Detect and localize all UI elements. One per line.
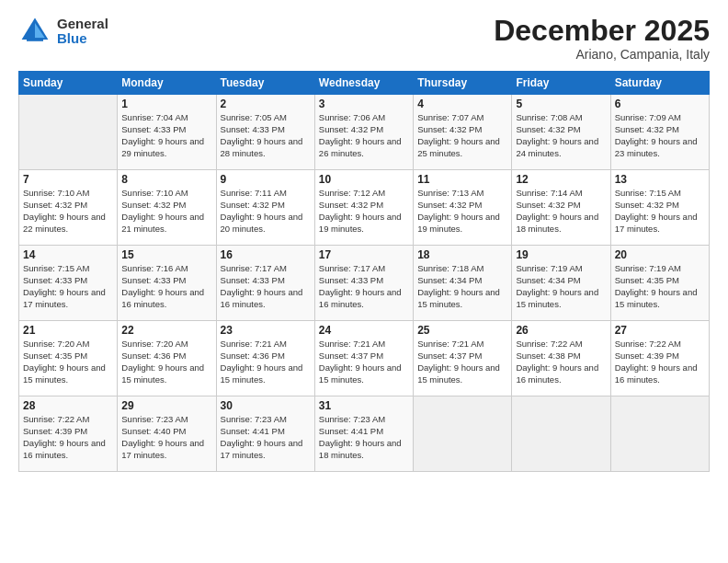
day-number: 30	[221, 399, 311, 412]
day-number: 3	[319, 98, 409, 110]
title-block: December 2025 Ariano, Campania, Italy	[494, 15, 710, 62]
table-row: 6 Sunrise: 7:09 AMSunset: 4:32 PMDayligh…	[610, 95, 709, 170]
day-number: 1	[121, 98, 211, 110]
day-number: 11	[417, 173, 507, 186]
day-info: Sunrise: 7:09 AMSunset: 4:32 PMDaylight:…	[615, 112, 698, 157]
day-info: Sunrise: 7:22 AMSunset: 4:39 PMDaylight:…	[23, 414, 106, 459]
day-info: Sunrise: 7:21 AMSunset: 4:36 PMDaylight:…	[221, 339, 303, 384]
table-row: 17 Sunrise: 7:17 AMSunset: 4:33 PMDaylig…	[314, 246, 413, 321]
day-info: Sunrise: 7:13 AMSunset: 4:32 PMDaylight:…	[417, 188, 500, 233]
table-row: 4 Sunrise: 7:07 AMSunset: 4:32 PMDayligh…	[414, 95, 512, 170]
table-row: 25 Sunrise: 7:21 AMSunset: 4:37 PMDaylig…	[414, 321, 512, 396]
logo: General Blue	[18, 15, 108, 48]
day-number: 29	[121, 399, 211, 412]
table-row: 11 Sunrise: 7:13 AMSunset: 4:32 PMDaylig…	[414, 170, 512, 246]
day-info: Sunrise: 7:23 AMSunset: 4:41 PMDaylight:…	[319, 414, 402, 459]
day-number: 10	[319, 173, 409, 186]
day-number: 4	[417, 98, 507, 110]
table-row	[19, 95, 118, 170]
table-row: 20 Sunrise: 7:19 AMSunset: 4:35 PMDaylig…	[610, 246, 709, 321]
calendar-header-row: Sunday Monday Tuesday Wednesday Thursday…	[19, 72, 710, 95]
header-sunday: Sunday	[19, 72, 118, 95]
table-row: 19 Sunrise: 7:19 AMSunset: 4:34 PMDaylig…	[512, 246, 610, 321]
day-number: 23	[221, 324, 311, 337]
month-title: December 2025	[494, 15, 710, 47]
header-thursday: Thursday	[414, 72, 512, 95]
day-info: Sunrise: 7:21 AMSunset: 4:37 PMDaylight:…	[417, 339, 500, 384]
table-row: 2 Sunrise: 7:05 AMSunset: 4:33 PMDayligh…	[216, 95, 314, 170]
table-row	[610, 396, 709, 472]
day-info: Sunrise: 7:20 AMSunset: 4:35 PMDaylight:…	[23, 339, 106, 384]
day-info: Sunrise: 7:05 AMSunset: 4:33 PMDaylight:…	[221, 112, 303, 157]
table-row: 8 Sunrise: 7:10 AMSunset: 4:32 PMDayligh…	[118, 170, 216, 246]
day-number: 16	[221, 248, 311, 261]
table-row: 15 Sunrise: 7:16 AMSunset: 4:33 PMDaylig…	[118, 246, 216, 321]
logo-icon	[18, 15, 51, 48]
table-row: 31 Sunrise: 7:23 AMSunset: 4:41 PMDaylig…	[314, 396, 413, 472]
day-number: 5	[516, 98, 606, 110]
table-row	[414, 396, 512, 472]
header: General Blue December 2025 Ariano, Campa…	[18, 15, 710, 62]
day-number: 14	[23, 248, 113, 261]
day-number: 25	[417, 324, 507, 337]
table-row: 14 Sunrise: 7:15 AMSunset: 4:33 PMDaylig…	[19, 246, 118, 321]
day-info: Sunrise: 7:18 AMSunset: 4:34 PMDaylight:…	[417, 263, 500, 308]
table-row: 7 Sunrise: 7:10 AMSunset: 4:32 PMDayligh…	[19, 170, 118, 246]
day-number: 18	[417, 248, 507, 261]
table-row: 1 Sunrise: 7:04 AMSunset: 4:33 PMDayligh…	[118, 95, 216, 170]
day-number: 9	[221, 173, 311, 186]
day-number: 8	[121, 173, 211, 186]
day-info: Sunrise: 7:22 AMSunset: 4:38 PMDaylight:…	[516, 339, 598, 384]
table-row: 9 Sunrise: 7:11 AMSunset: 4:32 PMDayligh…	[216, 170, 314, 246]
day-info: Sunrise: 7:21 AMSunset: 4:37 PMDaylight:…	[319, 339, 402, 384]
day-info: Sunrise: 7:06 AMSunset: 4:32 PMDaylight:…	[319, 112, 402, 157]
table-row: 30 Sunrise: 7:23 AMSunset: 4:41 PMDaylig…	[216, 396, 314, 472]
header-tuesday: Tuesday	[216, 72, 314, 95]
table-row: 13 Sunrise: 7:15 AMSunset: 4:32 PMDaylig…	[610, 170, 709, 246]
header-friday: Friday	[512, 72, 610, 95]
logo-blue-text: Blue	[57, 31, 108, 47]
day-number: 2	[221, 98, 311, 110]
calendar-week-row: 1 Sunrise: 7:04 AMSunset: 4:33 PMDayligh…	[19, 95, 710, 170]
day-number: 13	[615, 173, 705, 186]
calendar-week-row: 28 Sunrise: 7:22 AMSunset: 4:39 PMDaylig…	[19, 396, 710, 472]
table-row: 12 Sunrise: 7:14 AMSunset: 4:32 PMDaylig…	[512, 170, 610, 246]
day-number: 15	[121, 248, 211, 261]
calendar-week-row: 21 Sunrise: 7:20 AMSunset: 4:35 PMDaylig…	[19, 321, 710, 396]
table-row: 5 Sunrise: 7:08 AMSunset: 4:32 PMDayligh…	[512, 95, 610, 170]
day-number: 27	[615, 324, 705, 337]
header-saturday: Saturday	[610, 72, 709, 95]
day-number: 12	[516, 173, 606, 186]
table-row	[512, 396, 610, 472]
table-row: 29 Sunrise: 7:23 AMSunset: 4:40 PMDaylig…	[118, 396, 216, 472]
table-row: 27 Sunrise: 7:22 AMSunset: 4:39 PMDaylig…	[610, 321, 709, 396]
day-number: 22	[121, 324, 211, 337]
logo-general-text: General	[57, 17, 108, 32]
day-info: Sunrise: 7:04 AMSunset: 4:33 PMDaylight:…	[121, 112, 204, 157]
day-number: 26	[516, 324, 606, 337]
table-row: 10 Sunrise: 7:12 AMSunset: 4:32 PMDaylig…	[314, 170, 413, 246]
day-number: 21	[23, 324, 113, 337]
day-info: Sunrise: 7:17 AMSunset: 4:33 PMDaylight:…	[221, 263, 303, 308]
table-row: 24 Sunrise: 7:21 AMSunset: 4:37 PMDaylig…	[314, 321, 413, 396]
day-info: Sunrise: 7:17 AMSunset: 4:33 PMDaylight:…	[319, 263, 402, 308]
page: General Blue December 2025 Ariano, Campa…	[0, 0, 728, 563]
day-number: 17	[319, 248, 409, 261]
calendar-table: Sunday Monday Tuesday Wednesday Thursday…	[18, 71, 710, 472]
table-row: 26 Sunrise: 7:22 AMSunset: 4:38 PMDaylig…	[512, 321, 610, 396]
day-number: 20	[615, 248, 705, 261]
day-number: 28	[23, 399, 113, 412]
table-row: 16 Sunrise: 7:17 AMSunset: 4:33 PMDaylig…	[216, 246, 314, 321]
calendar-week-row: 7 Sunrise: 7:10 AMSunset: 4:32 PMDayligh…	[19, 170, 710, 246]
svg-rect-2	[27, 38, 43, 41]
day-info: Sunrise: 7:16 AMSunset: 4:33 PMDaylight:…	[121, 263, 204, 308]
day-info: Sunrise: 7:15 AMSunset: 4:32 PMDaylight:…	[615, 188, 698, 233]
day-info: Sunrise: 7:19 AMSunset: 4:35 PMDaylight:…	[615, 263, 698, 308]
day-info: Sunrise: 7:20 AMSunset: 4:36 PMDaylight:…	[121, 339, 204, 384]
day-number: 31	[319, 399, 409, 412]
table-row: 28 Sunrise: 7:22 AMSunset: 4:39 PMDaylig…	[19, 396, 118, 472]
table-row: 23 Sunrise: 7:21 AMSunset: 4:36 PMDaylig…	[216, 321, 314, 396]
day-number: 6	[615, 98, 705, 110]
day-info: Sunrise: 7:11 AMSunset: 4:32 PMDaylight:…	[221, 188, 303, 233]
table-row: 18 Sunrise: 7:18 AMSunset: 4:34 PMDaylig…	[414, 246, 512, 321]
